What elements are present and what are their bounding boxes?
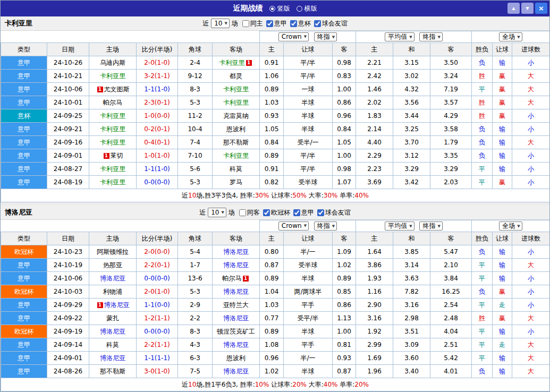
score-link[interactable]: 2-3(0-1) [144,99,170,106]
home-team-name[interactable]: 博洛尼亚 [100,354,125,362]
score-link[interactable]: 2-2(0-1) [144,261,170,269]
home-team-name[interactable]: 尤文图斯 [104,86,130,93]
handicap-company-select[interactable]: Crown▼ [278,32,309,41]
score-link[interactable]: 1-0(1-0) [144,152,170,159]
close-button[interactable]: × [535,3,547,14]
score-link[interactable]: 1-1(1-1) [144,354,170,362]
home-team-name[interactable]: 蒙扎 [106,314,119,322]
filter-checkbox[interactable]: 欧冠杯 [263,208,290,217]
recent-count-select[interactable]: 10 ▼ [211,19,230,28]
home-team-name[interactable]: 那不勒斯 [100,368,125,375]
corner-count: 5-3 [178,285,213,299]
away-team-name[interactable]: 博洛尼亚 [223,288,249,295]
checkbox-input[interactable] [239,209,246,216]
away-team-name[interactable]: 卡利亚里 [223,99,249,106]
europe-away-odds: 3.24 [430,70,472,83]
score-link[interactable]: 3-2(1-1) [144,72,170,80]
away-team-name[interactable]: 恩波利 [226,354,246,362]
home-team-name[interactable]: 卡利亚里 [100,178,125,186]
score-link[interactable]: 3-0(1-0) [144,368,170,375]
score-link[interactable]: 1-1(1-0) [144,165,170,173]
score-link[interactable]: 1-0(0-0) [144,112,170,120]
home-team-name[interactable]: 博洛尼亚 [104,301,130,309]
away-team-name[interactable]: 顿涅茨克矿工 [217,328,255,335]
home-team-name[interactable]: 卡利亚里 [100,72,125,80]
home-team-name[interactable]: 利物浦 [103,288,122,295]
away-team-name[interactable]: 克雷莫纳 [223,112,249,120]
result-win-draw-lose: 负 [472,285,493,299]
away-team-name[interactable]: 博洛尼亚 [223,261,249,269]
filter-checkbox[interactable]: 意甲 [266,19,287,28]
europe-time-select[interactable]: 终指▼ [419,32,442,41]
filter-checkbox[interactable]: 意甲 [293,208,314,217]
checkbox-input[interactable] [314,20,321,27]
home-team-name[interactable]: 博洛尼亚 [100,275,125,282]
handicap-company-select[interactable]: Crown▼ [278,221,309,231]
checkbox-input[interactable] [317,209,324,216]
away-team-cell: 克雷莫纳 [213,109,260,123]
away-team-name[interactable]: 恩波利 [226,125,246,133]
radio-horizontal-layout[interactable]: 横版 [297,4,317,13]
score-link[interactable]: 0-2(0-1) [144,125,170,133]
scroll-down-button[interactable]: ▼ [521,3,534,14]
checkbox-input[interactable] [266,20,273,27]
score-link[interactable]: 1-1(1-0) [144,86,170,93]
handicap-time-select[interactable]: 终指▼ [314,221,337,231]
filter-checkbox[interactable]: 同主 [242,19,263,28]
away-team-name[interactable]: 卡利亚里 [223,152,249,159]
checkbox-input[interactable] [290,20,297,27]
away-team-name[interactable]: 博洛尼亚 [223,341,249,348]
handicap-time-select[interactable]: 终指▼ [314,32,337,41]
score-link[interactable]: 2-0(1-0) [144,59,170,66]
europe-company-select[interactable]: 平均值▼ [385,221,414,231]
away-team-name[interactable]: 都灵 [230,72,242,80]
europe-time-select[interactable]: 终指▼ [419,221,442,231]
checkbox-input[interactable] [263,209,270,216]
home-team-name[interactable]: 卡利亚里 [100,165,125,173]
filter-checkbox[interactable]: 意杯 [290,19,311,28]
score-link[interactable]: 1-1(0-0) [144,301,170,309]
score-link[interactable]: 0-0(0-0) [144,328,170,335]
away-team-name[interactable]: 罗马 [230,178,242,186]
home-team-name[interactable]: 科莫 [106,341,119,348]
score-link[interactable]: 0-0(0-0) [144,275,170,282]
recent-count-select[interactable]: 10 ▼ [208,208,226,217]
home-team-name[interactable]: 帕尔马 [103,99,122,106]
filter-checkbox[interactable]: 同客 [239,208,260,217]
away-team-name[interactable]: 卡利亚里 [219,59,245,66]
score-link[interactable]: 2-0(0-0) [144,248,170,255]
filter-checkbox[interactable]: 球会友谊 [317,208,351,217]
home-team-name[interactable]: 乌迪内斯 [100,59,125,66]
home-team-name[interactable]: 卡利亚里 [100,125,125,133]
handicap-line: 半球 [284,325,333,338]
match-date: 24-09-14 [47,338,89,352]
scroll-up-button[interactable]: ▲ [507,3,520,14]
filter-checkbox[interactable]: 球会友谊 [314,19,348,28]
home-team-name[interactable]: 博洛尼亚 [100,328,125,335]
away-team-name[interactable]: 科莫 [230,165,242,173]
home-team-name[interactable]: 莱切 [111,152,123,159]
away-team-name[interactable]: 博洛尼亚 [223,368,249,375]
select-value: 终指 [422,32,435,41]
checkbox-input[interactable] [293,209,300,216]
radio-vertical-layout[interactable]: 竖版 [269,4,290,13]
score-link[interactable]: 2-2(1-1) [144,341,170,348]
home-team-name[interactable]: 卡利亚里 [100,139,125,146]
away-team-name[interactable]: 卡利亚里 [223,86,249,93]
away-team-name[interactable]: 那不勒斯 [223,139,249,146]
away-team-name[interactable]: 帕尔马 [223,275,242,282]
away-team-name[interactable]: 亚特兰大 [223,301,249,309]
home-team-name[interactable]: 热那亚 [103,261,122,269]
home-team-name[interactable]: 阿斯顿维拉 [97,248,129,255]
score-link[interactable]: 0-0(0-0) [144,178,170,186]
score-link[interactable]: 0-4(0-1) [144,139,170,146]
europe-company-select[interactable]: 平均值▼ [385,32,414,41]
away-team-name[interactable]: 博洛尼亚 [223,314,249,322]
scope-select[interactable]: 全场▼ [499,221,522,231]
score-link[interactable]: 2-0(1-0) [144,288,170,295]
checkbox-input[interactable] [242,20,249,27]
scope-select[interactable]: 全场▼ [499,32,522,41]
away-team-name[interactable]: 博洛尼亚 [223,248,249,255]
score-link[interactable]: 1-2(1-1) [144,314,170,322]
home-team-name[interactable]: 卡利亚里 [100,112,125,120]
